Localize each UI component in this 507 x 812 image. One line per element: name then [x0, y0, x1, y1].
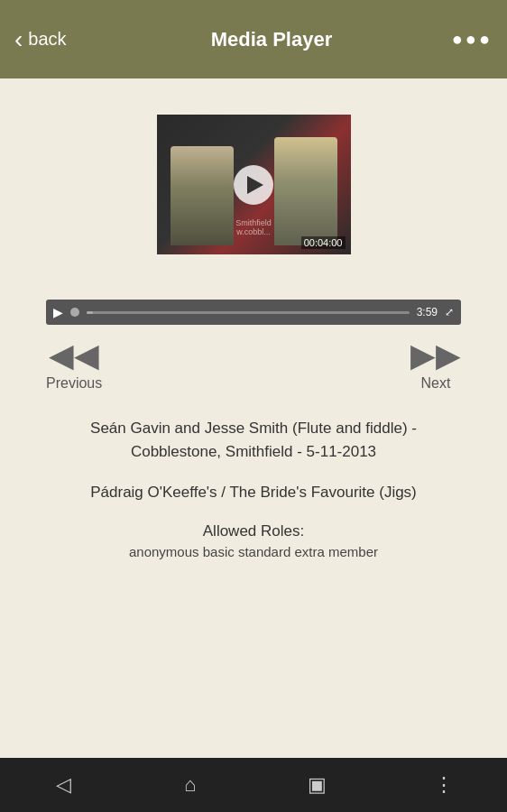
nav-buttons: ◀◀ Previous ▶▶ Next	[46, 339, 461, 392]
more-options-button[interactable]: ●●●	[438, 29, 493, 50]
video-player[interactable]: Smithfield w.cobbl... 00:04:00	[157, 115, 351, 254]
next-button[interactable]: ▶▶ Next	[410, 339, 461, 392]
progress-dot	[70, 308, 79, 317]
previous-button[interactable]: ◀◀ Previous	[46, 339, 102, 392]
video-thumbnail: Smithfield w.cobbl... 00:04:00	[157, 115, 351, 254]
allowed-roles-label: Allowed Roles:	[46, 522, 461, 540]
track-tune: Pádraig O'Keeffe's / The Bride's Favouri…	[46, 481, 461, 504]
musician-right	[274, 137, 337, 245]
player-controls: ▶ 3:59 ⤢ ◀◀ Previous ▶▶ Next	[46, 300, 461, 392]
bottom-back-icon: ◁	[56, 773, 71, 797]
page-title: Media Player	[105, 28, 438, 51]
video-duration: 00:04:00	[301, 236, 346, 249]
bottom-more-icon: ⋮	[434, 773, 454, 797]
musician-left	[171, 146, 234, 245]
previous-icon: ◀◀	[49, 339, 99, 372]
video-watermark: Smithfield w.cobbl...	[235, 218, 272, 236]
next-label: Next	[421, 375, 451, 392]
progress-track[interactable]	[87, 311, 410, 314]
bottom-recents-button[interactable]: ▣	[294, 762, 339, 807]
next-icon: ▶▶	[410, 339, 461, 372]
track-info: Seán Gavin and Jesse Smith (Flute and fi…	[46, 417, 461, 559]
back-button[interactable]: ‹ back	[14, 27, 105, 52]
play-small-icon[interactable]: ▶	[53, 305, 63, 319]
progress-fill	[87, 311, 93, 314]
dots-icon: ●●●	[452, 29, 493, 49]
play-button[interactable]	[234, 165, 273, 205]
previous-label: Previous	[46, 375, 102, 392]
back-label: back	[28, 29, 66, 50]
progress-bar-row[interactable]: ▶ 3:59 ⤢	[46, 300, 461, 325]
expand-icon[interactable]: ⤢	[445, 306, 454, 318]
bottom-home-button[interactable]: ⌂	[168, 762, 213, 807]
progress-time: 3:59	[417, 306, 438, 318]
header: ‹ back Media Player ●●●	[0, 0, 507, 78]
track-title: Seán Gavin and Jesse Smith (Flute and fi…	[46, 417, 461, 463]
bottom-recents-icon: ▣	[308, 773, 327, 797]
allowed-roles-value: anonymous basic standard extra member	[46, 544, 461, 559]
bottom-home-icon: ⌂	[184, 773, 196, 797]
back-arrow-icon: ‹	[14, 27, 23, 52]
bottom-back-button[interactable]: ◁	[41, 762, 86, 807]
main-content: Smithfield w.cobbl... 00:04:00 ▶ 3:59 ⤢ …	[0, 78, 507, 758]
bottom-navigation-bar: ◁ ⌂ ▣ ⋮	[0, 758, 507, 812]
bottom-more-button[interactable]: ⋮	[421, 762, 466, 807]
